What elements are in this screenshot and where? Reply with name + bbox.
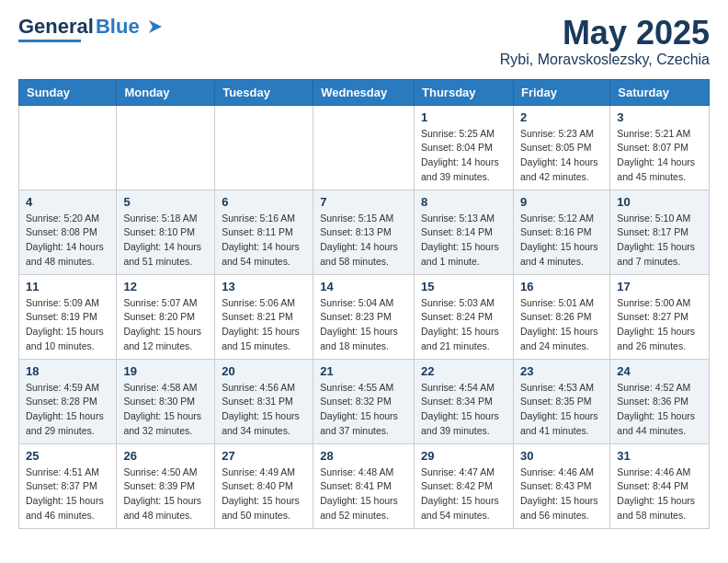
day-number: 24 xyxy=(617,364,702,378)
day-info: Sunrise: 5:20 AMSunset: 8:08 PMDaylight:… xyxy=(26,212,109,270)
day-number: 20 xyxy=(222,364,306,378)
day-number: 29 xyxy=(421,449,506,463)
day-number: 13 xyxy=(222,280,306,293)
table-row xyxy=(117,105,215,190)
table-row: 4Sunrise: 5:20 AMSunset: 8:08 PMDaylight… xyxy=(19,190,117,274)
calendar-week-row: 25Sunrise: 4:51 AMSunset: 8:37 PMDayligh… xyxy=(19,443,710,528)
calendar-location: Rybi, Moravskoslezsky, Czechia xyxy=(500,52,710,68)
table-row: 25Sunrise: 4:51 AMSunset: 8:37 PMDayligh… xyxy=(19,443,117,528)
day-info: Sunrise: 5:25 AMSunset: 8:04 PMDaylight:… xyxy=(421,127,506,185)
day-info: Sunrise: 5:16 AMSunset: 8:11 PMDaylight:… xyxy=(222,212,306,270)
day-info: Sunrise: 5:01 AMSunset: 8:26 PMDaylight:… xyxy=(520,296,603,354)
day-info: Sunrise: 5:12 AMSunset: 8:16 PMDaylight:… xyxy=(520,212,603,270)
col-thursday: Thursday xyxy=(415,79,514,105)
col-monday: Monday xyxy=(117,79,215,105)
day-info: Sunrise: 4:50 AMSunset: 8:39 PMDaylight:… xyxy=(123,465,208,523)
day-info: Sunrise: 5:21 AMSunset: 8:07 PMDaylight:… xyxy=(617,127,702,185)
day-number: 6 xyxy=(222,195,306,209)
table-row: 5Sunrise: 5:18 AMSunset: 8:10 PMDaylight… xyxy=(117,190,215,274)
day-info: Sunrise: 5:18 AMSunset: 8:10 PMDaylight:… xyxy=(123,212,208,270)
logo: General Blue xyxy=(18,15,164,42)
day-number: 3 xyxy=(617,110,702,124)
day-number: 12 xyxy=(123,280,208,293)
day-number: 30 xyxy=(520,449,603,463)
day-number: 4 xyxy=(26,195,109,209)
logo-general-text: General xyxy=(18,15,94,39)
day-info: Sunrise: 4:56 AMSunset: 8:31 PMDaylight:… xyxy=(222,381,306,439)
day-number: 22 xyxy=(421,364,506,378)
day-info: Sunrise: 4:47 AMSunset: 8:42 PMDaylight:… xyxy=(421,465,506,523)
col-friday: Friday xyxy=(513,79,609,105)
day-info: Sunrise: 5:00 AMSunset: 8:27 PMDaylight:… xyxy=(617,296,702,354)
table-row: 26Sunrise: 4:50 AMSunset: 8:39 PMDayligh… xyxy=(117,443,215,528)
table-row xyxy=(19,105,117,190)
table-row: 19Sunrise: 4:58 AMSunset: 8:30 PMDayligh… xyxy=(117,359,215,443)
table-row: 20Sunrise: 4:56 AMSunset: 8:31 PMDayligh… xyxy=(215,359,313,443)
table-row: 21Sunrise: 4:55 AMSunset: 8:32 PMDayligh… xyxy=(313,359,415,443)
col-wednesday: Wednesday xyxy=(313,79,415,105)
day-number: 26 xyxy=(123,449,208,463)
table-row: 1Sunrise: 5:25 AMSunset: 8:04 PMDaylight… xyxy=(415,105,514,190)
day-info: Sunrise: 5:13 AMSunset: 8:14 PMDaylight:… xyxy=(421,212,506,270)
day-info: Sunrise: 4:51 AMSunset: 8:37 PMDaylight:… xyxy=(26,465,109,523)
col-saturday: Saturday xyxy=(610,79,710,105)
table-row: 10Sunrise: 5:10 AMSunset: 8:17 PMDayligh… xyxy=(610,190,710,274)
day-info: Sunrise: 5:06 AMSunset: 8:21 PMDaylight:… xyxy=(222,296,306,354)
logo-underline xyxy=(18,40,81,42)
day-number: 27 xyxy=(222,449,306,463)
table-row: 29Sunrise: 4:47 AMSunset: 8:42 PMDayligh… xyxy=(415,443,514,528)
table-row xyxy=(215,105,313,190)
day-number: 19 xyxy=(123,364,208,378)
day-info: Sunrise: 4:49 AMSunset: 8:40 PMDaylight:… xyxy=(222,465,306,523)
table-row: 14Sunrise: 5:04 AMSunset: 8:23 PMDayligh… xyxy=(313,274,415,359)
table-row: 27Sunrise: 4:49 AMSunset: 8:40 PMDayligh… xyxy=(215,443,313,528)
calendar-table: Sunday Monday Tuesday Wednesday Thursday… xyxy=(18,79,710,529)
day-number: 8 xyxy=(421,195,506,209)
day-info: Sunrise: 4:59 AMSunset: 8:28 PMDaylight:… xyxy=(26,381,109,439)
day-number: 10 xyxy=(617,195,702,209)
day-info: Sunrise: 5:04 AMSunset: 8:23 PMDaylight:… xyxy=(320,296,407,354)
day-number: 28 xyxy=(320,449,407,463)
day-info: Sunrise: 4:46 AMSunset: 8:43 PMDaylight:… xyxy=(520,465,603,523)
table-row: 12Sunrise: 5:07 AMSunset: 8:20 PMDayligh… xyxy=(117,274,215,359)
day-number: 15 xyxy=(421,280,506,293)
day-number: 17 xyxy=(617,280,702,293)
table-row: 30Sunrise: 4:46 AMSunset: 8:43 PMDayligh… xyxy=(513,443,609,528)
table-row: 9Sunrise: 5:12 AMSunset: 8:16 PMDaylight… xyxy=(513,190,609,274)
title-block: May 2025 Rybi, Moravskoslezsky, Czechia xyxy=(500,15,710,68)
table-row: 7Sunrise: 5:15 AMSunset: 8:13 PMDaylight… xyxy=(313,190,415,274)
calendar-week-row: 4Sunrise: 5:20 AMSunset: 8:08 PMDaylight… xyxy=(19,190,710,274)
table-row: 31Sunrise: 4:46 AMSunset: 8:44 PMDayligh… xyxy=(610,443,710,528)
day-info: Sunrise: 4:55 AMSunset: 8:32 PMDaylight:… xyxy=(320,381,407,439)
calendar-week-row: 11Sunrise: 5:09 AMSunset: 8:19 PMDayligh… xyxy=(19,274,710,359)
logo-bird-icon xyxy=(143,17,164,37)
calendar-title: May 2025 xyxy=(500,15,710,52)
table-row: 8Sunrise: 5:13 AMSunset: 8:14 PMDaylight… xyxy=(415,190,514,274)
table-row: 18Sunrise: 4:59 AMSunset: 8:28 PMDayligh… xyxy=(19,359,117,443)
table-row: 22Sunrise: 4:54 AMSunset: 8:34 PMDayligh… xyxy=(415,359,514,443)
day-info: Sunrise: 4:48 AMSunset: 8:41 PMDaylight:… xyxy=(320,465,407,523)
day-info: Sunrise: 4:52 AMSunset: 8:36 PMDaylight:… xyxy=(617,381,702,439)
day-number: 2 xyxy=(520,110,603,124)
table-row: 23Sunrise: 4:53 AMSunset: 8:35 PMDayligh… xyxy=(513,359,609,443)
table-row: 28Sunrise: 4:48 AMSunset: 8:41 PMDayligh… xyxy=(313,443,415,528)
calendar-week-row: 18Sunrise: 4:59 AMSunset: 8:28 PMDayligh… xyxy=(19,359,710,443)
table-row: 15Sunrise: 5:03 AMSunset: 8:24 PMDayligh… xyxy=(415,274,514,359)
day-info: Sunrise: 5:15 AMSunset: 8:13 PMDaylight:… xyxy=(320,212,407,270)
col-tuesday: Tuesday xyxy=(215,79,313,105)
table-row: 13Sunrise: 5:06 AMSunset: 8:21 PMDayligh… xyxy=(215,274,313,359)
table-row: 3Sunrise: 5:21 AMSunset: 8:07 PMDaylight… xyxy=(610,105,710,190)
day-info: Sunrise: 5:23 AMSunset: 8:05 PMDaylight:… xyxy=(520,127,603,185)
table-row: 16Sunrise: 5:01 AMSunset: 8:26 PMDayligh… xyxy=(513,274,609,359)
day-number: 16 xyxy=(520,280,603,293)
table-row: 6Sunrise: 5:16 AMSunset: 8:11 PMDaylight… xyxy=(215,190,313,274)
calendar-week-row: 1Sunrise: 5:25 AMSunset: 8:04 PMDaylight… xyxy=(19,105,710,190)
table-row: 11Sunrise: 5:09 AMSunset: 8:19 PMDayligh… xyxy=(19,274,117,359)
header: General Blue May 2025 Rybi, Moravskoslez… xyxy=(18,15,710,68)
day-info: Sunrise: 5:07 AMSunset: 8:20 PMDaylight:… xyxy=(123,296,208,354)
day-number: 31 xyxy=(617,449,702,463)
day-info: Sunrise: 4:54 AMSunset: 8:34 PMDaylight:… xyxy=(421,381,506,439)
page: General Blue May 2025 Rybi, Moravskoslez… xyxy=(0,0,728,544)
day-number: 25 xyxy=(26,449,109,463)
table-row xyxy=(313,105,415,190)
